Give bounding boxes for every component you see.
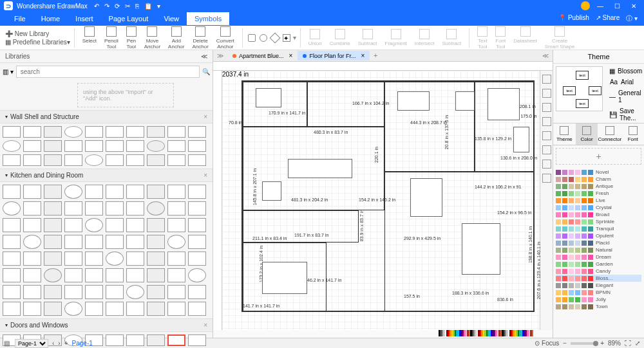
- library-shape[interactable]: [126, 235, 144, 249]
- tab-close-icon[interactable]: ×: [361, 52, 365, 59]
- color-theme-row[interactable]: Broad: [556, 211, 641, 218]
- color-theme-row[interactable]: Charm: [556, 176, 641, 183]
- tool-icon[interactable]: [542, 117, 551, 126]
- library-shape[interactable]: [44, 218, 62, 232]
- subtract-button[interactable]: Subtract: [438, 28, 465, 48]
- library-shape[interactable]: [188, 201, 206, 215]
- library-shape[interactable]: [85, 126, 103, 138]
- library-shape[interactable]: [167, 268, 185, 282]
- paste-icon[interactable]: 📋: [144, 3, 152, 10]
- library-shape[interactable]: [64, 302, 82, 316]
- library-shape[interactable]: [126, 218, 144, 232]
- next-page-icon[interactable]: ›: [58, 340, 60, 347]
- star-shape-icon[interactable]: ✦: [283, 34, 290, 42]
- library-shape[interactable]: [64, 218, 82, 232]
- library-shape[interactable]: [85, 235, 103, 249]
- library-shape[interactable]: [106, 201, 124, 215]
- minimize-icon[interactable]: —: [594, 3, 607, 10]
- library-shape[interactable]: [85, 154, 103, 166]
- library-shape[interactable]: [23, 126, 41, 138]
- search-icon[interactable]: 🔍: [202, 68, 210, 75]
- user-avatar[interactable]: [581, 1, 590, 10]
- library-shape[interactable]: [23, 268, 41, 282]
- theme-tab-font[interactable]: Font: [621, 124, 644, 145]
- theme-option[interactable]: ▦Blossom: [608, 66, 641, 76]
- intersect-button[interactable]: Intersect: [411, 28, 439, 48]
- library-shape[interactable]: [3, 252, 21, 266]
- document-tab[interactable]: Floor Plan for Fr... ×: [298, 51, 370, 60]
- menu-symbols[interactable]: Symbols: [187, 12, 229, 25]
- theme-option[interactable]: 💾Save The...: [608, 106, 641, 123]
- prev-page-icon[interactable]: ‹: [52, 340, 54, 347]
- focus-button[interactable]: ⊙ Focus: [535, 340, 559, 347]
- add-theme-button[interactable]: +: [556, 148, 641, 165]
- library-shape[interactable]: [147, 268, 165, 282]
- library-shape[interactable]: [126, 201, 144, 215]
- circle-shape-icon[interactable]: [260, 34, 267, 42]
- datasheet-button[interactable]: Datasheet: [509, 25, 540, 51]
- color-theme-row[interactable]: Placid: [556, 239, 641, 246]
- qat-more-icon[interactable]: ▾: [157, 3, 160, 10]
- library-shape[interactable]: [167, 334, 185, 346]
- library-shape[interactable]: [44, 268, 62, 282]
- color-theme-row[interactable]: Town: [556, 303, 641, 310]
- menu-page-layout[interactable]: Page Layout: [101, 12, 156, 25]
- library-shape[interactable]: [3, 154, 21, 166]
- library-shape[interactable]: [167, 235, 185, 249]
- text-tool-button[interactable]: TextTool: [473, 25, 491, 51]
- library-shape[interactable]: [3, 235, 21, 249]
- color-theme-row[interactable]: Natural: [556, 246, 641, 253]
- library-shape[interactable]: [188, 218, 206, 232]
- library-shape[interactable]: [85, 285, 103, 299]
- section-close-icon[interactable]: ×: [204, 113, 207, 120]
- document-tab[interactable]: Apartment Blue... ×: [227, 51, 298, 60]
- pen-tool-button[interactable]: PenTool: [122, 25, 140, 51]
- library-shape[interactable]: [64, 285, 82, 299]
- library-shape[interactable]: [106, 126, 124, 138]
- library-shape[interactable]: [188, 154, 206, 166]
- color-theme-row[interactable]: Live: [556, 197, 641, 204]
- library-shape[interactable]: [3, 126, 21, 138]
- tab-close-icon[interactable]: ×: [289, 52, 293, 59]
- color-theme-row[interactable]: Fresh: [556, 190, 641, 197]
- section-header[interactable]: Doors and Windows×: [0, 318, 213, 332]
- library-shape[interactable]: [44, 140, 62, 152]
- copy-icon[interactable]: ⎘: [135, 3, 139, 10]
- color-theme-row[interactable]: Bloss...: [556, 275, 641, 282]
- cut-icon[interactable]: ✂: [125, 3, 130, 10]
- section-close-icon[interactable]: ×: [204, 322, 207, 329]
- library-shape[interactable]: [188, 140, 206, 152]
- close-icon[interactable]: ✕: [627, 3, 640, 10]
- refresh-icon[interactable]: ⟳: [115, 3, 120, 10]
- tool-icon[interactable]: [542, 131, 551, 140]
- library-shape[interactable]: [126, 140, 144, 152]
- library-shape[interactable]: [106, 268, 124, 282]
- zoom-slider[interactable]: [571, 342, 596, 345]
- library-shape[interactable]: [23, 201, 41, 215]
- library-shape[interactable]: [85, 140, 103, 152]
- library-shape[interactable]: [3, 140, 21, 152]
- redo-icon[interactable]: ↷: [104, 3, 109, 10]
- tool-icon[interactable]: [542, 103, 551, 112]
- library-dropdown-icon[interactable]: ▥ ▾: [3, 68, 14, 75]
- menu-view[interactable]: View: [156, 12, 187, 25]
- color-theme-row[interactable]: Opulent: [556, 232, 641, 239]
- create-smart-shape-button[interactable]: CreateSmart Shape: [541, 25, 579, 51]
- library-shape[interactable]: [44, 285, 62, 299]
- library-shape[interactable]: [188, 235, 206, 249]
- library-shape[interactable]: [64, 235, 82, 249]
- library-shape[interactable]: [188, 185, 206, 199]
- floorplan[interactable]: 170.9 in x 141.7 in 166.7 in x 104.2 in …: [242, 80, 535, 312]
- library-shape[interactable]: [106, 334, 124, 346]
- library-shape[interactable]: [44, 126, 62, 138]
- color-theme-row[interactable]: Garden: [556, 261, 641, 268]
- shapes-more-icon[interactable]: ▾: [293, 34, 296, 42]
- library-shape[interactable]: [188, 126, 206, 138]
- tool-icon[interactable]: [542, 160, 551, 169]
- library-shape[interactable]: [85, 268, 103, 282]
- zoom-out-icon[interactable]: −: [563, 340, 567, 347]
- library-shape[interactable]: [23, 235, 41, 249]
- color-theme-row[interactable]: Candy: [556, 268, 641, 275]
- library-shape[interactable]: [147, 218, 165, 232]
- library-collapse-icon[interactable]: ≪: [201, 53, 207, 60]
